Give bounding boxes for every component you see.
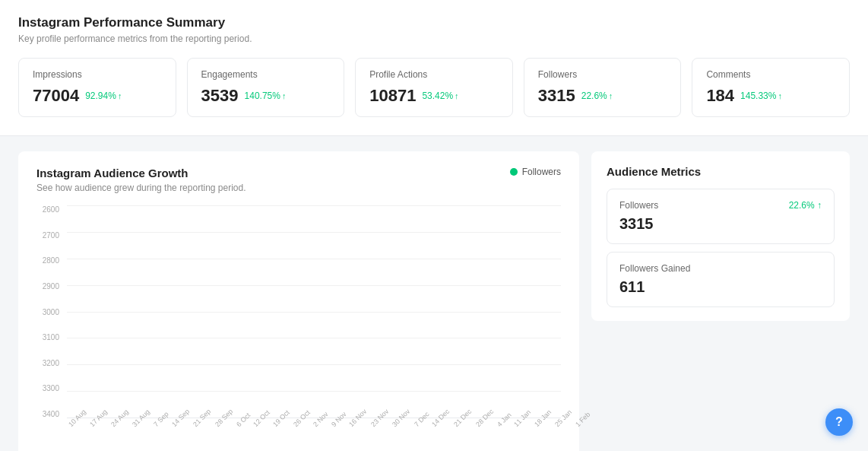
page-subtitle: Key profile performance metrics from the… <box>18 33 850 44</box>
audience-title: Audience Metrics <box>607 165 835 178</box>
grid-line <box>67 391 561 392</box>
metric-card-profile-actions: Profile Actions 10871 53.42% ↑ <box>355 58 513 117</box>
chart-area <box>67 205 561 418</box>
metric-label-followers: Followers <box>538 69 667 80</box>
metric-value-row-impressions: 77004 92.94% ↑ <box>33 86 162 106</box>
legend-dot <box>510 168 518 176</box>
metric-change-profile-actions: 53.42% ↑ <box>422 91 458 101</box>
chart-section: Instagram Audience Growth See how audien… <box>18 151 579 451</box>
metric-value-row-engagements: 3539 140.75% ↑ <box>201 86 331 106</box>
metrics-row: Impressions 77004 92.94% ↑ Engagements 3… <box>18 58 850 117</box>
bottom-section: Instagram Audience Growth See how audien… <box>0 136 868 451</box>
y-axis-label: 3300 <box>36 384 64 392</box>
page-title: Instagram Performance Summary <box>18 15 850 30</box>
metric-value-row-comments: 184 145.33% ↑ <box>706 86 835 106</box>
metric-change-engagements: 140.75% ↑ <box>245 91 287 101</box>
audience-metric-card-followers-gained: Followers Gained611 <box>607 252 835 307</box>
y-axis-label: 2800 <box>36 256 64 265</box>
grid-line <box>67 364 561 365</box>
legend-label: Followers <box>522 167 561 177</box>
y-axis-label: 2600 <box>36 205 64 214</box>
metric-card-engagements: Engagements 3539 140.75% ↑ <box>187 58 345 117</box>
metric-change-followers: 22.6% ↑ <box>581 91 613 101</box>
aud-metric-label-followers-gained: Followers Gained <box>619 263 690 274</box>
metric-number-followers: 3315 <box>538 86 575 106</box>
chart-title: Instagram Audience Growth <box>36 167 561 179</box>
metric-label-engagements: Engagements <box>201 69 331 80</box>
audience-card: Audience Metrics Followers22.6% ↑3315 Fo… <box>591 151 850 321</box>
metric-value-row-profile-actions: 10871 53.42% ↑ <box>369 86 499 106</box>
audience-metrics-container: Followers22.6% ↑3315 Followers Gained611 <box>607 189 835 307</box>
metric-label-comments: Comments <box>706 69 835 80</box>
y-axis-label: 3000 <box>36 308 64 316</box>
metric-number-engagements: 3539 <box>201 86 239 106</box>
metric-card-comments: Comments 184 145.33% ↑ <box>692 58 850 117</box>
chart-wrapper: 340033003200310030002900280027002600 10 … <box>36 205 561 441</box>
metric-arrow-followers: ↑ <box>609 91 613 100</box>
chart-subtitle: See how audience grew during the reporti… <box>36 183 561 193</box>
aud-metric-header-followers-gained: Followers Gained <box>619 263 822 274</box>
y-axis-label: 3200 <box>36 359 64 367</box>
aud-metric-header-followers: Followers22.6% ↑ <box>619 200 822 211</box>
metric-arrow-engagements: ↑ <box>282 91 287 100</box>
y-axis-label: 2700 <box>36 231 64 240</box>
grid-line <box>67 338 561 338</box>
metric-number-impressions: 77004 <box>33 86 79 106</box>
y-axis-label: 3400 <box>36 410 64 418</box>
metric-value-row-followers: 3315 22.6% ↑ <box>538 86 667 106</box>
aud-metric-change-followers: 22.6% ↑ <box>789 200 822 211</box>
x-axis: 10 Aug17 Aug24 Aug31 Aug7 Sep14 Sep21 Se… <box>67 420 561 441</box>
metric-card-followers: Followers 3315 22.6% ↑ <box>524 58 682 117</box>
chart-legend: Followers <box>510 167 561 177</box>
metric-number-profile-actions: 10871 <box>369 86 416 106</box>
metric-label-impressions: Impressions <box>33 69 162 80</box>
audience-section: Audience Metrics Followers22.6% ↑3315 Fo… <box>591 151 850 451</box>
aud-metric-value-followers: 3315 <box>619 215 822 233</box>
top-section: Instagram Performance Summary Key profil… <box>0 0 868 136</box>
metric-arrow-impressions: ↑ <box>118 91 122 100</box>
grid-line <box>67 232 561 233</box>
metric-arrow-profile-actions: ↑ <box>455 91 459 100</box>
y-axis-label: 3100 <box>36 333 64 341</box>
audience-metric-card-followers: Followers22.6% ↑3315 <box>607 189 835 244</box>
metric-change-impressions: 92.94% ↑ <box>85 91 122 101</box>
metric-number-comments: 184 <box>706 86 734 106</box>
y-axis-label: 2900 <box>36 282 64 291</box>
metric-label-profile-actions: Profile Actions <box>369 69 499 80</box>
metric-arrow-comments: ↑ <box>778 91 782 100</box>
grid-line <box>67 205 561 206</box>
grid-line <box>67 312 561 313</box>
grid-line <box>67 285 561 286</box>
x-axis-label: 1 Feb <box>574 411 591 428</box>
metric-change-comments: 145.33% ↑ <box>740 91 782 101</box>
aud-metric-value-followers-gained: 611 <box>619 278 822 296</box>
help-button[interactable]: ? <box>825 408 853 436</box>
metric-card-impressions: Impressions 77004 92.94% ↑ <box>18 58 176 117</box>
aud-metric-label-followers: Followers <box>619 200 658 211</box>
y-axis: 340033003200310030002900280027002600 <box>36 205 64 418</box>
grid-line <box>67 259 561 259</box>
